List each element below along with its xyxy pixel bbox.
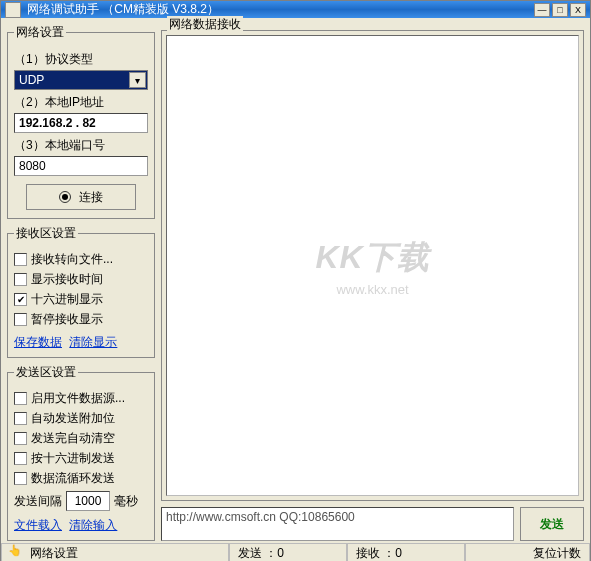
client-area: 网络设置 （1）协议类型 UDP （2）本地IP地址 （3）本地端口号 连接 接… [1, 18, 590, 543]
connect-indicator-icon [59, 191, 71, 203]
load-file-link[interactable]: 文件载入 [14, 518, 62, 532]
local-port-label: （3）本地端口号 [14, 137, 148, 154]
clear-display-link[interactable]: 清除显示 [69, 335, 117, 349]
app-icon [5, 2, 21, 18]
checkbox-icon[interactable] [14, 313, 27, 326]
tx-opt-file-source[interactable]: 启用文件数据源... [14, 390, 148, 407]
titlebar[interactable]: 网络调试助手 （CM精装版 V3.8.2） — □ X [1, 1, 590, 18]
checkbox-icon[interactable] [14, 432, 27, 445]
send-input[interactable]: http://www.cmsoft.cn QQ:10865600 [161, 507, 514, 541]
checkbox-icon[interactable] [14, 452, 27, 465]
connect-button[interactable]: 连接 [26, 184, 136, 210]
checkbox-icon[interactable] [14, 392, 27, 405]
checkbox-icon[interactable] [14, 472, 27, 485]
send-button[interactable]: 发送 [520, 507, 584, 541]
save-data-link[interactable]: 保存数据 [14, 335, 62, 349]
tx-opt-auto-clear[interactable]: 发送完自动清空 [14, 430, 148, 447]
status-left[interactable]: 网络设置 [1, 544, 229, 561]
right-column: 网络数据接收 KK下载 www.kkx.net http://www.cmsof… [161, 24, 584, 541]
watermark: KK下载 www.kkx.net [315, 235, 429, 296]
clear-input-link[interactable]: 清除输入 [69, 518, 117, 532]
send-interval-row: 发送间隔 毫秒 [14, 491, 148, 511]
status-tx: 发送 ：0 [229, 544, 347, 561]
receive-settings-legend: 接收区设置 [14, 225, 78, 242]
interval-prefix: 发送间隔 [14, 493, 62, 510]
checkbox-icon[interactable] [14, 412, 27, 425]
tx-opt-loop-send[interactable]: 数据流循环发送 [14, 470, 148, 487]
send-row: http://www.cmsoft.cn QQ:10865600 发送 [161, 507, 584, 541]
status-rx: 接收 ：0 [347, 544, 465, 561]
local-ip-input[interactable] [14, 113, 148, 133]
checkbox-icon[interactable] [14, 253, 27, 266]
tx-opt-auto-append[interactable]: 自动发送附加位 [14, 410, 148, 427]
checkbox-checked-icon[interactable]: ✔ [14, 293, 27, 306]
window-title: 网络调试助手 （CM精装版 V3.8.2） [27, 1, 532, 18]
close-button[interactable]: X [570, 3, 586, 17]
checkbox-icon[interactable] [14, 273, 27, 286]
send-settings-legend: 发送区设置 [14, 364, 78, 381]
tx-opt-hex-send[interactable]: 按十六进制发送 [14, 450, 148, 467]
watermark-sub: www.kkx.net [315, 281, 429, 296]
chevron-down-icon[interactable] [129, 72, 146, 88]
local-port-input[interactable] [14, 156, 148, 176]
status-reset[interactable]: 复位计数 [465, 544, 590, 561]
receive-panel-legend: 网络数据接收 [167, 16, 243, 33]
rx-opt-hex-display[interactable]: ✔ 十六进制显示 [14, 291, 148, 308]
status-left-label: 网络设置 [30, 545, 78, 562]
interval-suffix: 毫秒 [114, 493, 138, 510]
network-settings-legend: 网络设置 [14, 24, 66, 41]
network-settings-group: 网络设置 （1）协议类型 UDP （2）本地IP地址 （3）本地端口号 连接 [7, 24, 155, 219]
rx-opt-show-time[interactable]: 显示接收时间 [14, 271, 148, 288]
local-ip-label: （2）本地IP地址 [14, 94, 148, 111]
maximize-button[interactable]: □ [552, 3, 568, 17]
left-column: 网络设置 （1）协议类型 UDP （2）本地IP地址 （3）本地端口号 连接 接… [7, 24, 155, 541]
send-settings-group: 发送区设置 启用文件数据源... 自动发送附加位 发送完自动清空 按十六进制发送 [7, 364, 155, 541]
pointer-icon [10, 547, 24, 559]
reset-counter-link[interactable]: 复位计数 [533, 545, 581, 562]
protocol-select[interactable]: UDP [14, 70, 148, 90]
receive-data-area[interactable]: KK下载 www.kkx.net [161, 30, 584, 501]
watermark-main: KK下载 [315, 235, 429, 279]
rx-opt-pause-display[interactable]: 暂停接收显示 [14, 311, 148, 328]
receive-text-area[interactable]: KK下载 www.kkx.net [166, 35, 579, 496]
interval-input[interactable] [66, 491, 110, 511]
protocol-label: （1）协议类型 [14, 51, 148, 68]
protocol-value: UDP [19, 73, 44, 87]
rx-opt-redirect-file[interactable]: 接收转向文件... [14, 251, 148, 268]
receive-settings-group: 接收区设置 接收转向文件... 显示接收时间 ✔ 十六进制显示 暂停接收显示 [7, 225, 155, 358]
connect-button-label: 连接 [79, 189, 103, 206]
minimize-button[interactable]: — [534, 3, 550, 17]
statusbar: 网络设置 发送 ：0 接收 ：0 复位计数 [1, 543, 590, 561]
app-window: 网络调试助手 （CM精装版 V3.8.2） — □ X 网络设置 （1）协议类型… [0, 0, 591, 561]
